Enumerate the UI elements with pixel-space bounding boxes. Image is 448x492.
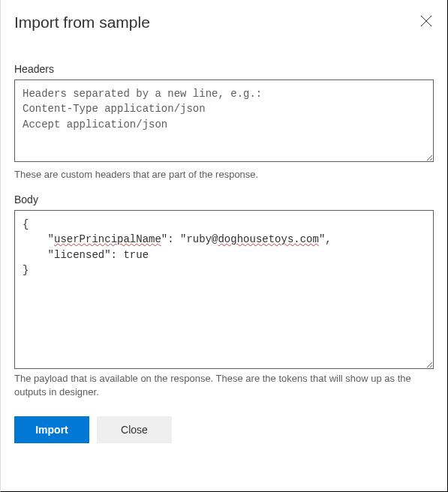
- close-icon-button[interactable]: [419, 14, 434, 28]
- body-helper: The payload that is available on the res…: [14, 372, 434, 399]
- import-from-sample-panel: Import from sample Headers These are cus…: [1, 0, 447, 457]
- button-row: Import Close: [14, 416, 434, 443]
- dialog-header: Import from sample: [14, 14, 434, 32]
- import-button[interactable]: Import: [14, 416, 89, 443]
- body-label: Body: [14, 194, 434, 206]
- headers-input[interactable]: [14, 80, 434, 162]
- headers-label: Headers: [14, 63, 434, 75]
- close-button[interactable]: Close: [97, 416, 172, 443]
- headers-helper: These are custom headers that are part o…: [14, 168, 434, 182]
- dialog-title: Import from sample: [14, 14, 150, 32]
- close-icon: [420, 15, 432, 27]
- body-input[interactable]: { "userPrincipalName": "ruby@doghousetoy…: [14, 210, 434, 369]
